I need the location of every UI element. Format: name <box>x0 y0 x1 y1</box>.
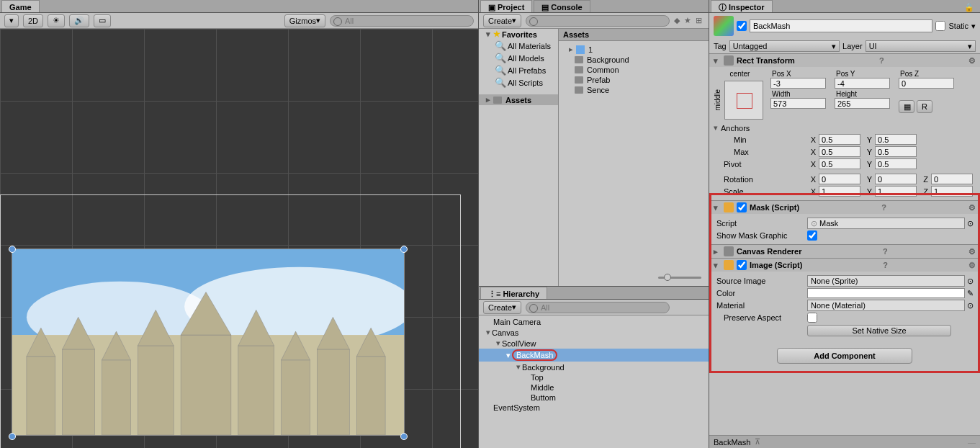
hierarchy-top[interactable]: Top <box>479 372 709 382</box>
mode-2d-button[interactable]: 2D <box>23 14 43 27</box>
console-tab[interactable]: ▤Console <box>534 0 590 12</box>
width-input[interactable] <box>770 98 826 109</box>
hierarchy-scollview[interactable]: ▾ScollView <box>479 338 709 349</box>
selected-rect[interactable] <box>12 248 405 436</box>
static-dropdown[interactable]: ▾ <box>971 22 976 31</box>
lock-icon[interactable]: 🔒 <box>964 3 974 12</box>
filter-icon-2[interactable]: ★ <box>684 16 691 25</box>
save-search-icon[interactable]: ⊞ <box>696 16 702 25</box>
layer-dropdown[interactable]: UI▾ <box>866 40 976 52</box>
pivot-y[interactable] <box>875 158 917 169</box>
handle-tl[interactable] <box>9 246 16 253</box>
fav-all-scripts[interactable]: 🔍All Scripts <box>479 76 558 89</box>
asset-prefab[interactable]: Prefab <box>562 75 706 85</box>
script-field[interactable]: ⊙Mask <box>807 218 965 229</box>
blueprint-mode-button[interactable]: ▦ <box>899 100 914 113</box>
project-search-input[interactable] <box>526 15 670 27</box>
handle-tr[interactable] <box>400 246 408 253</box>
help-icon[interactable]: ? <box>883 247 888 256</box>
favorites-header[interactable]: ▾★Favorites <box>479 29 558 40</box>
eyedropper-icon[interactable]: ✎ <box>967 289 974 298</box>
anchor-min-y[interactable] <box>875 134 917 145</box>
light-icon[interactable]: ☀ <box>48 14 65 27</box>
assets-root[interactable]: ▸Assets <box>479 94 558 105</box>
inspector-tab[interactable]: ⓘInspector <box>711 0 773 12</box>
game-tab[interactable]: Game <box>1 0 40 12</box>
help-icon[interactable]: ? <box>881 203 886 212</box>
color-field[interactable] <box>807 288 965 298</box>
material-field[interactable]: None (Material) <box>807 300 965 311</box>
source-image-field[interactable]: None (Sprite) <box>807 275 965 287</box>
anchor-preset-button[interactable] <box>724 81 763 120</box>
dropdown-shaded[interactable]: ▾ <box>4 14 19 27</box>
gear-icon[interactable]: ⚙ <box>968 56 976 66</box>
hierarchy-search-input[interactable]: All <box>526 302 670 313</box>
preserve-aspect-checkbox[interactable] <box>807 313 817 323</box>
gameobject-active-checkbox[interactable] <box>737 21 747 31</box>
pos-y-input[interactable] <box>835 78 890 89</box>
asset-common[interactable]: Common <box>562 65 706 75</box>
tag-dropdown[interactable]: Untagged▾ <box>729 40 840 52</box>
scale-x[interactable] <box>819 186 860 197</box>
asset-1[interactable]: ▸1 <box>562 44 706 55</box>
rot-z[interactable] <box>931 174 973 184</box>
add-component-button[interactable]: Add Component <box>777 348 912 364</box>
fx-icon[interactable]: ▭ <box>94 14 111 27</box>
hierarchy-eventsystem[interactable]: EventSystem <box>479 403 709 413</box>
image-header[interactable]: ▾ Image (Script) ?⚙ <box>709 258 980 272</box>
fav-all-prefabs[interactable]: 🔍All Prefabs <box>479 64 558 76</box>
scene-view[interactable] <box>0 29 478 448</box>
thumbnail-size-slider[interactable] <box>658 273 701 282</box>
preview-footer[interactable]: BackMash ⊼ — <box>709 435 980 448</box>
gear-icon[interactable]: ⚙ <box>968 261 976 270</box>
gear-icon[interactable]: ⚙ <box>968 203 976 212</box>
mask-enabled-checkbox[interactable] <box>737 202 747 212</box>
handle-br[interactable] <box>400 433 408 440</box>
hierarchy-background[interactable]: ▾Background <box>479 362 709 372</box>
rot-y[interactable] <box>875 174 917 184</box>
hierarchy-main-camera[interactable]: Main Camera <box>479 317 709 327</box>
anchor-max-y[interactable] <box>875 146 917 157</box>
hierarchy-backmash[interactable]: ▾BackMash <box>479 349 709 362</box>
gear-icon[interactable]: ⚙ <box>968 247 976 256</box>
audio-icon[interactable]: 🔊 <box>69 14 89 27</box>
project-tree[interactable]: ▾★Favorites 🔍All Materials 🔍All Models 🔍… <box>479 29 558 286</box>
canvas-renderer-header[interactable]: ▸ Canvas Renderer ?⚙ <box>709 244 980 258</box>
hierarchy-create-button[interactable]: Create ▾ <box>483 301 521 314</box>
set-native-size-button[interactable]: Set Native Size <box>807 325 951 336</box>
pin-icon[interactable]: ⊼ <box>755 437 760 447</box>
scale-z[interactable] <box>931 186 973 197</box>
image-enabled-checkbox[interactable] <box>737 260 747 270</box>
assets-breadcrumb[interactable]: Assets <box>559 29 709 41</box>
rot-x[interactable] <box>819 174 860 184</box>
hierarchy-canvas[interactable]: ▾Canvas <box>479 327 709 338</box>
create-button[interactable]: Create ▾ <box>483 14 521 27</box>
help-icon[interactable]: ? <box>883 261 888 269</box>
help-icon[interactable]: ? <box>879 56 884 65</box>
show-mask-graphic-checkbox[interactable] <box>807 230 817 241</box>
project-tab[interactable]: ▣Project <box>480 0 532 12</box>
fav-all-materials[interactable]: 🔍All Materials <box>479 40 558 52</box>
pos-x-input[interactable] <box>770 78 826 89</box>
gizmos-button[interactable]: Gizmos ▾ <box>284 14 325 27</box>
height-input[interactable] <box>835 98 890 109</box>
asset-sence[interactable]: Sence <box>562 85 706 95</box>
anchor-min-x[interactable] <box>819 134 860 145</box>
gameobject-name-input[interactable] <box>750 19 932 32</box>
assets-grid[interactable]: Assets ▸1 Background Common Prefab Sence <box>558 29 709 286</box>
hierarchy-middle[interactable]: Middle <box>479 382 709 393</box>
scale-y[interactable] <box>875 186 917 197</box>
hierarchy-tab[interactable]: ⋮≡Hierarchy <box>480 287 547 299</box>
fav-all-models[interactable]: 🔍All Models <box>479 52 558 64</box>
filter-icon[interactable]: ◆ <box>674 16 680 25</box>
hierarchy-tree[interactable]: Main Camera ▾Canvas ▾ScollView ▾BackMash… <box>479 315 709 448</box>
raw-edit-button[interactable]: R <box>917 100 932 113</box>
hierarchy-buttom[interactable]: Buttom <box>479 393 709 403</box>
asset-background[interactable]: Background <box>562 55 706 65</box>
anchor-max-x[interactable] <box>819 146 860 157</box>
scene-search-input[interactable]: All <box>330 15 474 27</box>
pivot-x[interactable] <box>819 158 860 169</box>
static-checkbox[interactable] <box>935 21 945 31</box>
mask-header[interactable]: ▾ Mask (Script) ?⚙ <box>709 200 980 214</box>
handle-bl[interactable] <box>9 433 16 440</box>
